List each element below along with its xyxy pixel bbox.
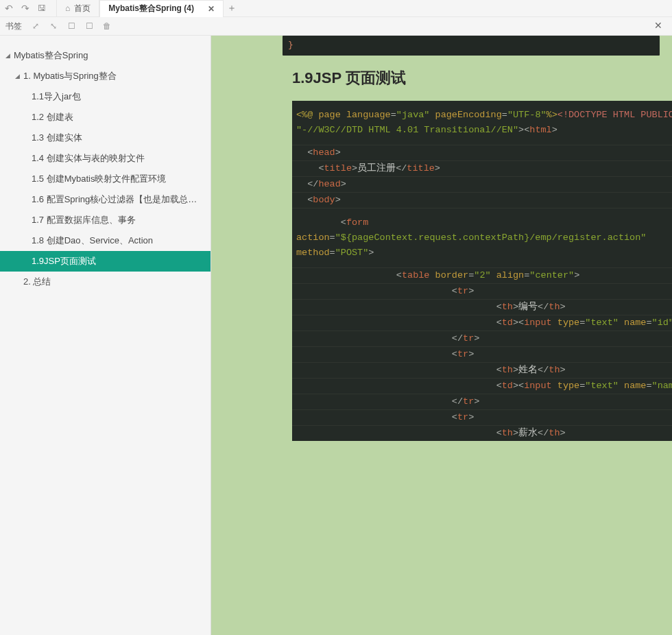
tree-root[interactable]: ◢ Mybatis整合Spring [0, 45, 211, 66]
code-line: <head> [292, 145, 672, 161]
nav-icons: ↶ ↷ 🖫 [0, 1, 51, 16]
chevron-down-icon: ◢ [5, 52, 12, 59]
main-area: ◢ Mybatis整合Spring ◢ 1. Mybatis与Spring整合 … [0, 36, 672, 635]
outline-tree: ◢ Mybatis整合Spring ◢ 1. Mybatis与Spring整合 … [0, 36, 211, 292]
tree-label: 1.6 配置Spring核心过滤器【也是加载总配置... [32, 193, 203, 206]
tree-label: 2. 总结 [23, 276, 51, 288]
tree-item[interactable]: 1.7 配置数据库信息、事务 [0, 210, 211, 230]
code-snippet-top: } [283, 36, 660, 56]
bookmark-remove-icon[interactable]: ☐ [82, 19, 96, 33]
tree-item[interactable]: 1.8 创建Dao、Service、Action [0, 230, 211, 251]
undo-icon[interactable]: ↶ [1, 1, 16, 16]
bookmark-add-icon[interactable]: ☐ [64, 19, 78, 33]
tab-bar: ⌂ 首页 Mybatis整合Spring (4) ✕ ＋ [56, 0, 240, 17]
tree-item[interactable]: 1.5 创建Mybatis映射文件配置环境 [0, 169, 211, 189]
tree-label: 1.1导入jar包 [32, 91, 81, 103]
code-line: <th>姓名</th> [292, 363, 672, 379]
save-icon[interactable]: 🖫 [34, 1, 49, 16]
tree-label: 1.5 创建Mybatis映射文件配置环境 [32, 173, 166, 185]
trash-icon[interactable]: 🗑 [100, 19, 114, 33]
collapse-icon[interactable]: ⤡ [47, 19, 60, 33]
content-pane[interactable]: } 1.9JSP 页面测试 <%@ page language="java" p… [211, 36, 672, 635]
tree-label: 1.7 配置数据库信息、事务 [32, 214, 136, 226]
tree-item[interactable]: 1.3 创建实体 [0, 128, 211, 148]
code-line: </tr> [292, 331, 672, 347]
expand-icon[interactable]: ⤢ [29, 19, 43, 33]
tree-section-1[interactable]: ◢ 1. Mybatis与Spring整合 [0, 66, 211, 86]
tree-item[interactable]: 1.4 创建实体与表的映射文件 [0, 148, 211, 169]
tree-label: Mybatis整合Spring [14, 49, 88, 62]
title-bar: ↶ ↷ 🖫 ⌂ 首页 Mybatis整合Spring (4) ✕ ＋ [0, 0, 672, 17]
tab-home[interactable]: ⌂ 首页 [56, 0, 99, 17]
code-line: <tr> [292, 284, 672, 300]
code-line: <tr> [292, 410, 672, 426]
tree-label: 1.2 创建表 [32, 111, 73, 123]
redo-icon[interactable]: ↷ [18, 1, 33, 16]
code-block: <%@ page language="java" pageEncoding="U… [292, 101, 672, 441]
section-heading: 1.9JSP 页面测试 [292, 68, 672, 88]
code-line: </head> [292, 177, 672, 193]
code-line: <body> [292, 193, 672, 208]
code-line: <title>员工注册</title> [292, 161, 672, 177]
tab-label: Mybatis整合Spring (4) [108, 3, 194, 14]
content-inner: } 1.9JSP 页面测试 <%@ page language="java" p… [211, 36, 672, 441]
code-line: <form action="${pageContext.request.cont… [292, 208, 672, 268]
code-text: } [288, 40, 293, 50]
code-line: <%@ page language="java" pageEncoding="U… [292, 101, 672, 145]
home-icon: ⌂ [65, 3, 70, 13]
tree-item-selected[interactable]: 1.9JSP页面测试 [0, 251, 211, 272]
bookmark-icons: ⤢ ⤡ ☐ ☐ 🗑 [29, 19, 114, 33]
tab-add-button[interactable]: ＋ [224, 0, 240, 17]
bookmark-label: 书签 [5, 21, 22, 32]
tree-section-2[interactable]: 2. 总结 [0, 272, 211, 292]
tree-item[interactable]: 1.6 配置Spring核心过滤器【也是加载总配置... [0, 189, 211, 210]
close-icon[interactable]: ✕ [208, 4, 215, 14]
tree-item[interactable]: 1.1导入jar包 [0, 86, 211, 107]
tree-label: 1. Mybatis与Spring整合 [23, 70, 117, 82]
close-panel-icon[interactable]: ✕ [654, 20, 662, 31]
code-line: <th>编号</th> [292, 300, 672, 315]
code-line: <table border="2" align="center"> [292, 268, 672, 284]
outline-sidebar: ◢ Mybatis整合Spring ◢ 1. Mybatis与Spring整合 … [0, 36, 211, 635]
tree-label: 1.8 创建Dao、Service、Action [32, 235, 153, 247]
tree-item[interactable]: 1.2 创建表 [0, 107, 211, 128]
bookmark-bar: 书签 ⤢ ⤡ ☐ ☐ 🗑 ✕ [0, 17, 672, 36]
tab-label: 首页 [74, 3, 91, 14]
code-line: <th>薪水</th> [292, 426, 672, 441]
tree-label: 1.4 创建实体与表的映射文件 [32, 152, 145, 165]
chevron-down-icon: ◢ [15, 73, 22, 80]
code-line: <td><input type="text" name="name"></td> [292, 379, 672, 394]
code-line: </tr> [292, 394, 672, 410]
tree-label: 1.3 创建实体 [32, 132, 82, 144]
code-line: <td><input type="text" name="id"></td> [292, 315, 672, 331]
tab-document[interactable]: Mybatis整合Spring (4) ✕ [99, 0, 224, 17]
tree-label: 1.9JSP页面测试 [32, 255, 96, 267]
code-line: <tr> [292, 347, 672, 363]
